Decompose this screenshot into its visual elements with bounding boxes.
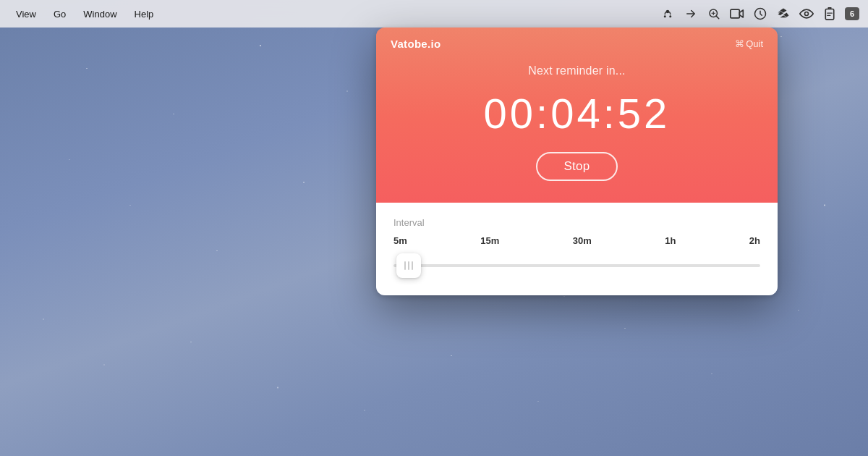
vatobe-popup: Vatobe.io ⌘ Quit Next reminder in... 00:… [376, 28, 778, 295]
popup-bottom-section: Interval 5m 15m 30m 1h 2h [376, 203, 778, 295]
hootsuite-icon[interactable] [660, 6, 676, 22]
quit-button[interactable]: ⌘ Quit [735, 38, 763, 49]
interval-mark-5m: 5m [393, 235, 407, 246]
interval-marks: 5m 15m 30m 1h 2h [393, 235, 760, 246]
video-camera-icon[interactable] [729, 6, 745, 22]
interval-label: Interval [393, 217, 760, 228]
notification-badge[interactable]: 6 [845, 7, 859, 20]
svg-point-2 [669, 15, 671, 17]
interval-mark-2h: 2h [749, 235, 760, 246]
menubar-view[interactable]: View [9, 6, 43, 22]
interval-mark-1h: 1h [665, 235, 676, 246]
reminder-label: Next reminder in... [528, 64, 626, 77]
popup-top-section: Vatobe.io ⌘ Quit Next reminder in... 00:… [376, 28, 778, 203]
interval-mark-15m: 15m [480, 235, 499, 246]
clipboard-icon[interactable] [822, 6, 838, 22]
interval-slider[interactable] [393, 253, 760, 278]
grip-line-2 [408, 261, 409, 270]
grip-line-1 [404, 261, 406, 270]
menubar-left: View Go Window Help [9, 6, 161, 22]
slider-grip [404, 261, 413, 270]
svg-point-6 [805, 12, 809, 16]
menubar-help[interactable]: Help [127, 6, 161, 22]
zoom-icon[interactable] [706, 6, 722, 22]
arrow-icon[interactable] [683, 6, 699, 22]
eye-preview-icon[interactable] [799, 6, 814, 22]
badge-count: 6 [850, 9, 854, 18]
cmd-symbol: ⌘ [735, 38, 744, 49]
menubar-go[interactable]: Go [46, 6, 73, 22]
popup-title-bar: Vatobe.io ⌘ Quit [391, 28, 763, 64]
slider-track [393, 264, 760, 267]
password-manager-icon[interactable] [752, 6, 768, 22]
svg-rect-4 [731, 9, 740, 18]
timer-display: 00:04:52 [484, 89, 671, 138]
svg-rect-7 [825, 9, 833, 20]
menubar: View Go Window Help [0, 0, 868, 28]
dropbox-icon[interactable] [775, 6, 791, 22]
stop-button[interactable]: Stop [536, 152, 617, 181]
slider-thumb[interactable] [396, 253, 421, 278]
interval-mark-30m: 30m [573, 235, 592, 246]
svg-point-1 [664, 15, 666, 17]
popup-timer-content: Next reminder in... 00:04:52 Stop [391, 64, 763, 181]
quit-label: Quit [746, 38, 763, 49]
menubar-window[interactable]: Window [76, 6, 124, 22]
grip-line-3 [412, 261, 413, 270]
menubar-right: 6 [660, 6, 859, 22]
popup-title: Vatobe.io [391, 38, 441, 50]
